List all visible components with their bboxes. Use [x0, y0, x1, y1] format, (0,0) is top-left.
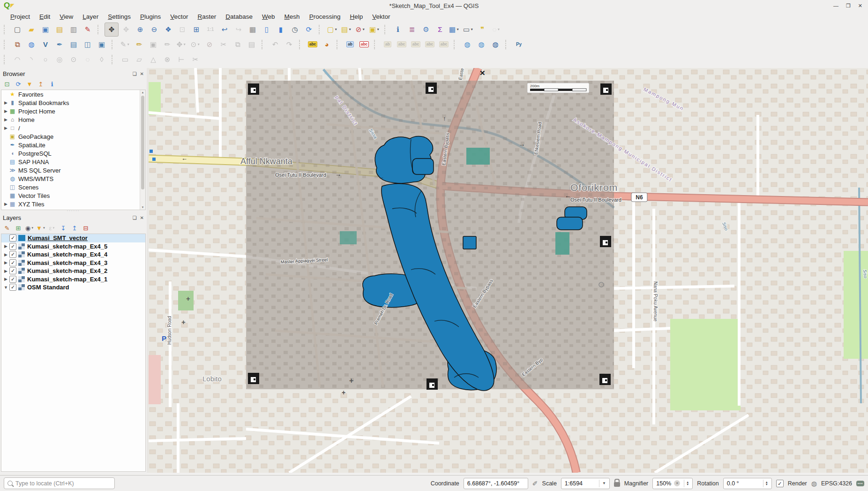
browser-item-home[interactable]: ▶⌂Home [1, 115, 145, 124]
statistical-summary[interactable]: Σ [434, 23, 447, 36]
metasearch[interactable]: ◍ [461, 38, 474, 51]
browser-item-favorites[interactable]: ★Favorites [1, 90, 145, 98]
remove-layer[interactable]: ⊟ [81, 223, 91, 233]
menu-database[interactable]: Database [221, 13, 257, 21]
menu-view[interactable]: View [55, 13, 78, 21]
processing-toolbox[interactable]: ⚙ [419, 23, 433, 36]
deselect-features[interactable]: ⊘▼ [354, 23, 367, 36]
menu-edit[interactable]: Edit [35, 13, 55, 21]
browser-item-spatialite[interactable]: ✒SpatiaLite [1, 141, 145, 149]
menu-vektor[interactable]: Vektor [367, 13, 395, 21]
locate-search-input[interactable]: Type to locate (Ctrl+K) [4, 477, 115, 489]
menu-layer[interactable]: Layer [78, 13, 103, 21]
extents-toggle-icon[interactable]: ✐ [532, 480, 538, 487]
browser-properties[interactable]: ℹ [47, 79, 57, 89]
current-edits-dropdown-icon[interactable]: ▼ [127, 43, 130, 46]
scale-combo[interactable]: 1:6594 ▼ [561, 478, 610, 489]
add-selected-layers[interactable]: ⊡ [2, 79, 12, 89]
new-print-layout[interactable]: ▤ [53, 23, 66, 36]
add-group[interactable]: ⊞ [13, 223, 23, 233]
collapse-all-layers[interactable]: ↥ [69, 223, 80, 233]
new-3d-map-view[interactable]: ▦ [246, 23, 259, 36]
browser-item-scenes[interactable]: ◫Scenes [1, 183, 145, 191]
layer-item-kumasi-sketch-map-ex4-1[interactable]: ▶✓Kumasi_sketch-map_Ex4_1 [1, 275, 145, 284]
show-layout-manager[interactable]: ▥ [67, 23, 80, 36]
menu-plugins[interactable]: Plugins [135, 13, 165, 21]
close-button[interactable]: ✕ [858, 3, 862, 9]
layer-item-kumasi-sketch-map-ex4-2[interactable]: ▶✓Kumasi_sketch-map_Ex4_2 [1, 267, 145, 275]
refresh-browser[interactable]: ⟳ [13, 79, 23, 89]
expand-icon[interactable]: ▶ [3, 269, 8, 273]
new-project[interactable]: ▢ [11, 23, 24, 36]
browser-scrollbar[interactable]: ▲ ▼ [140, 90, 145, 210]
layer-visibility-checkbox[interactable]: ✓ [9, 251, 16, 258]
menu-raster[interactable]: Raster [193, 13, 221, 21]
expand-icon[interactable]: ▶ [3, 109, 8, 113]
layer-item-kumasi-sketch-map-ex4-5[interactable]: ▶✓Kumasi_sketch-map_Ex4_5 [1, 242, 145, 251]
browser-item-xyz-tiles[interactable]: ▶▦XYZ Tiles [1, 200, 145, 208]
browser-float-icon[interactable]: ❏ [133, 71, 137, 76]
add-spatialite-layer[interactable]: ✒ [53, 38, 66, 51]
select-features-by-value[interactable]: ▤▼ [340, 23, 353, 36]
select-features-by-value-dropdown-icon[interactable]: ▼ [348, 28, 352, 31]
toggle-editing[interactable]: ✏ [133, 38, 146, 51]
temporal-controller[interactable]: ◷ [288, 23, 301, 36]
crs-status[interactable]: EPSG:4326 [821, 480, 852, 487]
python-console[interactable]: Py [512, 38, 525, 51]
browser-item-vector-tiles[interactable]: ▦Vector Tiles [1, 191, 145, 200]
open-project[interactable]: ▰ [25, 23, 38, 36]
measure-dropdown-icon[interactable]: ▼ [470, 28, 473, 31]
add-virtual-layer[interactable]: ▣ [95, 38, 108, 51]
messages-icon[interactable]: ••• [856, 481, 864, 486]
osm-place-search[interactable]: ◍ [489, 38, 502, 51]
rotation-spin-arrows[interactable]: ▲▼ [763, 480, 768, 487]
zoom-last[interactable]: ↩ [218, 23, 231, 36]
menu-help[interactable]: Help [345, 13, 367, 21]
browser-item-project-home[interactable]: ▶▦Project Home [1, 107, 145, 115]
layer-visibility-checkbox[interactable]: ✓ [9, 267, 16, 274]
expand-icon[interactable]: ▶ [3, 202, 8, 206]
menu-settings[interactable]: Settings [103, 13, 135, 21]
add-mesh-layer[interactable]: ◫ [81, 38, 94, 51]
select-all-features-dropdown-icon[interactable]: ▼ [376, 28, 380, 31]
menu-vector[interactable]: Vector [165, 13, 193, 21]
expand-icon[interactable]: ▼ [3, 285, 8, 290]
layer-diagram-options[interactable]: ◕ [320, 38, 333, 51]
identify-features[interactable]: ℹ [391, 23, 404, 36]
browser-item-geopackage[interactable]: ▣GeoPackage [1, 132, 145, 141]
measure[interactable]: ▭▼ [462, 23, 475, 36]
layers-float-icon[interactable]: ❏ [133, 215, 137, 220]
scale-lock-icon[interactable] [614, 482, 620, 487]
expand-all[interactable]: ↧ [58, 223, 68, 233]
zoom-in[interactable]: ⊕ [134, 23, 147, 36]
show-spatial-bookmarks[interactable]: ▮ [274, 23, 287, 36]
menu-project[interactable]: Project [6, 13, 35, 21]
zoom-out[interactable]: ⊖ [148, 23, 161, 36]
select-features-dropdown-icon[interactable]: ▼ [334, 28, 337, 31]
menu-web[interactable]: Web [257, 13, 280, 21]
deselect-features-dropdown-icon[interactable]: ▼ [362, 28, 365, 31]
layer-visibility-checkbox[interactable]: ✓ [9, 284, 16, 291]
select-all-features[interactable]: ▣▼ [368, 23, 381, 36]
crs-globe-icon[interactable]: ◍ [811, 480, 817, 487]
vertex-tool-dropdown-icon[interactable]: ▼ [197, 43, 200, 46]
layer-visibility-checkbox[interactable]: ✓ [9, 259, 16, 266]
expand-icon[interactable]: ▶ [3, 277, 8, 281]
open-attribute-table-dropdown-icon[interactable]: ▼ [456, 28, 459, 31]
filter-legend[interactable]: ▼▼ [36, 223, 46, 233]
add-vector-layer[interactable]: V [39, 38, 52, 51]
refresh-map[interactable]: ⟳ [302, 23, 315, 36]
expand-icon[interactable]: ▶ [3, 244, 8, 249]
save-project[interactable]: ▣ [39, 23, 52, 36]
map-tips[interactable]: ❞ [476, 23, 489, 36]
menu-mesh[interactable]: Mesh [280, 13, 305, 21]
coordinate-input[interactable]: 6.68687°, -1.60459° [464, 478, 528, 489]
browser-close-icon[interactable]: ✕ [140, 71, 144, 76]
minimize-button[interactable]: — [833, 3, 838, 8]
maximize-button[interactable]: ❐ [846, 3, 851, 9]
zoom-full-extent[interactable]: ❖ [162, 23, 175, 36]
toggle-unplaced-labels[interactable]: abc [358, 38, 371, 51]
expand-icon[interactable]: ▶ [3, 117, 8, 122]
layer-item-kumasi-smt-vector[interactable]: ✓Kumasi_SMT_vector [1, 234, 145, 242]
magnifier-spinbox[interactable]: 150% ✕ ▲▼ [652, 478, 693, 489]
